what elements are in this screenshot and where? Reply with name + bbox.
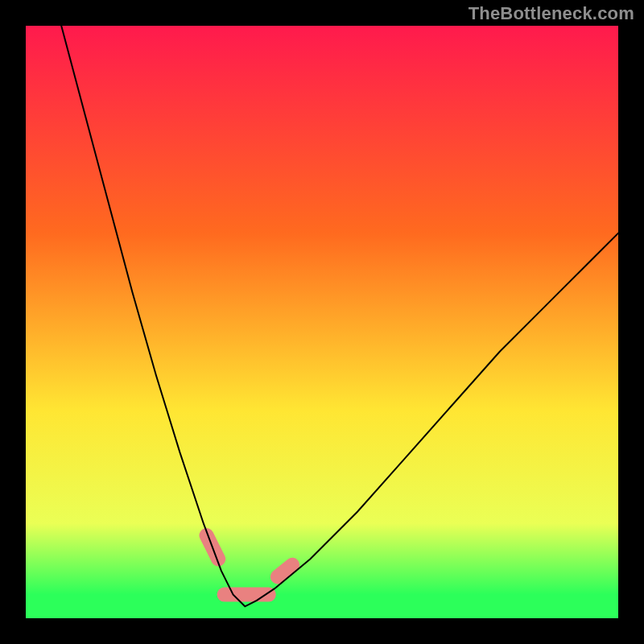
watermark-label: TheBottleneck.com	[469, 3, 634, 24]
chart-canvas	[26, 26, 618, 618]
black-frame: TheBottleneck.com	[0, 0, 644, 644]
